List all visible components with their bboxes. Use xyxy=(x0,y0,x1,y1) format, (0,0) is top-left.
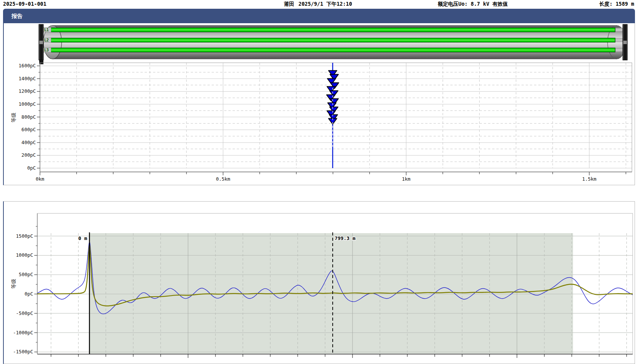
pd-map-ytick: 0pC xyxy=(27,165,36,171)
pd-map-ytick: 200pC xyxy=(21,152,36,158)
waveform-ytick: -500pC xyxy=(16,310,33,316)
voltage-label: 额定电压Uo: 8.7 kV 有效值 xyxy=(438,1,508,8)
cable-span-shading xyxy=(89,233,573,354)
waveform-ytick: -1000pC xyxy=(13,330,33,335)
report-id: 2025-09-01-001 xyxy=(3,1,46,7)
right-stub-L3 xyxy=(614,48,623,52)
right-stub-L1 xyxy=(614,28,623,32)
pd-map-ytick: 600pC xyxy=(21,127,36,132)
pd-map-ytick: 1600pC xyxy=(19,63,36,68)
cursor-pd-label: 799.3 m xyxy=(335,235,356,241)
report-tab-label: 报告 xyxy=(11,13,22,19)
pd-map-ytick: 800pC xyxy=(21,114,36,120)
waveform-chart[interactable]: -1500pC-1000pC-500pC0pC500pC1000pC1500pC… xyxy=(4,202,634,364)
cable-diagram: L1L2L3 xyxy=(39,24,627,64)
pd-map-panel: L1L2L3 0pC200pC400pC600pC800pC1000pC1200… xyxy=(3,23,635,185)
pd-map-ytick: 400pC xyxy=(21,140,36,145)
waveform-ytick: 1500pC xyxy=(16,233,33,239)
pd-map-xtick: 0km xyxy=(36,176,45,182)
phase-tag-label: L1 xyxy=(44,28,49,32)
pd-map-ylabel: 等级 xyxy=(11,113,16,122)
location-label: 莆田 xyxy=(284,1,294,8)
pd-map-xtick: 0.5km xyxy=(216,176,230,182)
length-label: 长度: 1589 m xyxy=(599,1,634,8)
waveform-ytick: 1000pC xyxy=(16,252,33,258)
waveform-panel: -1500pC-1000pC-500pC0pC500pC1000pC1500pC… xyxy=(3,201,635,364)
waveform-ytick: 0pC xyxy=(24,291,33,297)
report-tab[interactable]: 报告 xyxy=(3,9,635,23)
waveform-ytick: 500pC xyxy=(19,272,33,277)
pd-map-ytick: 1200pC xyxy=(19,88,36,94)
pd-map-chart[interactable]: L1L2L3 0pC200pC400pC600pC800pC1000pC1200… xyxy=(4,23,634,184)
pd-map-xtick: 1km xyxy=(402,176,411,182)
cursor-start-label: 0 m xyxy=(78,235,88,241)
pd-map-ytick: 1400pC xyxy=(19,76,36,81)
phase-tag-label: L3 xyxy=(44,48,49,52)
pd-map-xtick: 1.5km xyxy=(582,176,597,182)
right-stub-L2 xyxy=(614,38,623,42)
waveform-ytick: -1500pC xyxy=(13,349,33,354)
phase-tag-label: L2 xyxy=(44,38,49,42)
pd-map-ytick: 1000pC xyxy=(19,101,36,107)
datetime-label: 2025/9/1 下午12:10 xyxy=(298,1,352,8)
pd-map-axes: 0pC200pC400pC600pC800pC1000pC1200pC1400p… xyxy=(11,63,632,182)
waveform-ylabel: 等级 xyxy=(11,279,16,289)
